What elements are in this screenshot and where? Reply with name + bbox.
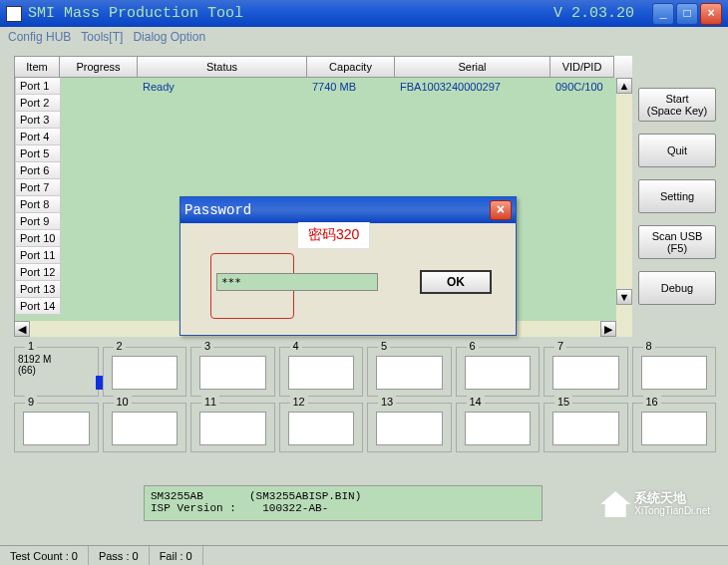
col-status[interactable]: Status — [138, 56, 307, 78]
table-row[interactable]: Port 7 — [15, 179, 632, 196]
quit-button[interactable]: Quit — [638, 134, 716, 167]
cell-vidpid — [551, 129, 615, 145]
slot-box — [112, 412, 179, 445]
row-port-label: Port 9 — [15, 213, 61, 230]
vertical-scrollbar[interactable]: ▲ ▼ — [616, 78, 632, 321]
cell-vidpid — [551, 281, 615, 298]
menu-tools[interactable]: Tools[T] — [81, 30, 123, 44]
cell-vidpid — [551, 298, 615, 315]
cell-status — [139, 129, 308, 145]
cell-capacity — [308, 162, 396, 179]
cell-serial — [396, 129, 551, 145]
slot-box — [112, 356, 179, 390]
slot-13[interactable]: 13 — [367, 403, 452, 452]
table-row[interactable]: Port 6 — [15, 162, 632, 179]
slot-label: 13 — [378, 396, 396, 408]
slot-4[interactable]: 4 — [279, 347, 364, 397]
watermark-line2: XiTongTianDi.net — [634, 504, 710, 517]
cell-status: Ready — [139, 78, 308, 95]
table-row[interactable]: Port 3 — [15, 112, 632, 129]
slot-label: 7 — [554, 340, 566, 352]
status-pass: Pass : 0 — [89, 546, 150, 565]
cell-serial — [396, 145, 551, 162]
row-port-label: Port 4 — [15, 129, 61, 145]
cell-progress — [61, 281, 139, 298]
scroll-down-icon[interactable]: ▼ — [616, 289, 632, 305]
slot-box — [376, 356, 443, 390]
dialog-close-button[interactable]: × — [490, 200, 512, 220]
slot-box — [288, 412, 355, 445]
slot-box — [641, 356, 708, 390]
debug-button[interactable]: Debug — [638, 271, 716, 305]
row-port-label: Port 2 — [15, 95, 61, 112]
scroll-up-icon[interactable]: ▲ — [616, 78, 632, 94]
maximize-button[interactable]: □ — [676, 3, 698, 25]
password-dialog: Password × 密码320 *** OK — [180, 196, 517, 336]
slot-2[interactable]: 2 — [103, 347, 187, 397]
cell-vidpid — [551, 95, 615, 112]
cell-status — [139, 162, 308, 179]
ok-button[interactable]: OK — [420, 270, 492, 294]
password-input[interactable]: *** — [216, 273, 378, 291]
row-port-label: Port 10 — [15, 230, 61, 247]
menu-bar: Config HUB Tools[T] Dialog Option — [0, 27, 728, 47]
col-item[interactable]: Item — [14, 56, 60, 78]
cell-progress — [61, 112, 139, 129]
slot-12[interactable]: 12 — [279, 403, 364, 452]
cell-vidpid — [551, 213, 615, 230]
table-row[interactable]: Port 1Ready7740 MBFBA1003240000297090C/1… — [15, 78, 632, 95]
dialog-title-bar[interactable]: Password × — [181, 197, 516, 223]
close-button[interactable]: × — [700, 3, 722, 25]
cell-status — [139, 95, 308, 112]
cell-progress — [61, 196, 139, 213]
slot-label: 9 — [25, 396, 37, 408]
slot-box — [552, 412, 619, 445]
slot-7[interactable]: 7 — [544, 347, 628, 397]
slot-label: 15 — [554, 396, 572, 408]
col-capacity[interactable]: Capacity — [307, 56, 395, 78]
slot-8[interactable]: 8 — [632, 347, 717, 397]
slot-11[interactable]: 11 — [190, 403, 275, 452]
slot-1[interactable]: 18192 M(66) — [14, 347, 99, 397]
house-icon — [600, 491, 630, 517]
start-button[interactable]: Start (Space Key) — [638, 88, 716, 122]
table-row[interactable]: Port 5 — [15, 145, 632, 162]
col-progress[interactable]: Progress — [60, 56, 138, 78]
cell-vidpid — [551, 179, 615, 196]
table-row[interactable]: Port 2 — [15, 95, 632, 112]
menu-dialog-option[interactable]: Dialog Option — [133, 30, 205, 44]
title-bar[interactable]: SMI Mass Production Tool V 2.03.20 _ □ × — [0, 0, 728, 27]
slot-15[interactable]: 15 — [544, 403, 628, 452]
slot-label: 12 — [290, 396, 308, 408]
annotation-label: 密码320 — [298, 222, 370, 249]
slot-16[interactable]: 16 — [632, 403, 717, 452]
slot-5[interactable]: 5 — [367, 347, 452, 397]
cell-progress — [61, 95, 139, 112]
slot-6[interactable]: 6 — [456, 347, 541, 397]
slot-14[interactable]: 14 — [456, 403, 541, 452]
cell-progress — [61, 213, 139, 230]
slot-box — [288, 356, 355, 390]
dialog-body: 密码320 *** OK — [181, 223, 516, 335]
cell-status — [139, 145, 308, 162]
slot-box — [23, 412, 90, 445]
minimize-button[interactable]: _ — [652, 3, 674, 25]
slot-10[interactable]: 10 — [103, 403, 187, 452]
cell-capacity — [308, 179, 396, 196]
scroll-left-icon[interactable]: ◀ — [14, 321, 30, 337]
scan-usb-button[interactable]: Scan USB (F5) — [638, 225, 716, 259]
scroll-right-icon[interactable]: ▶ — [600, 321, 616, 337]
slot-3[interactable]: 3 — [190, 347, 275, 397]
app-icon — [6, 6, 22, 22]
slot-label: 10 — [114, 396, 132, 408]
cell-progress — [61, 298, 139, 315]
version-label: V 2.03.20 — [553, 5, 634, 22]
slot-9[interactable]: 9 — [14, 403, 99, 452]
table-row[interactable]: Port 4 — [15, 129, 632, 145]
setting-button[interactable]: Setting — [638, 179, 716, 213]
app-window: SMI Mass Production Tool V 2.03.20 _ □ ×… — [0, 0, 728, 565]
cell-progress — [61, 145, 139, 162]
col-vidpid[interactable]: VID/PID — [550, 56, 614, 78]
col-serial[interactable]: Serial — [395, 56, 550, 78]
menu-config-hub[interactable]: Config HUB — [8, 30, 71, 44]
